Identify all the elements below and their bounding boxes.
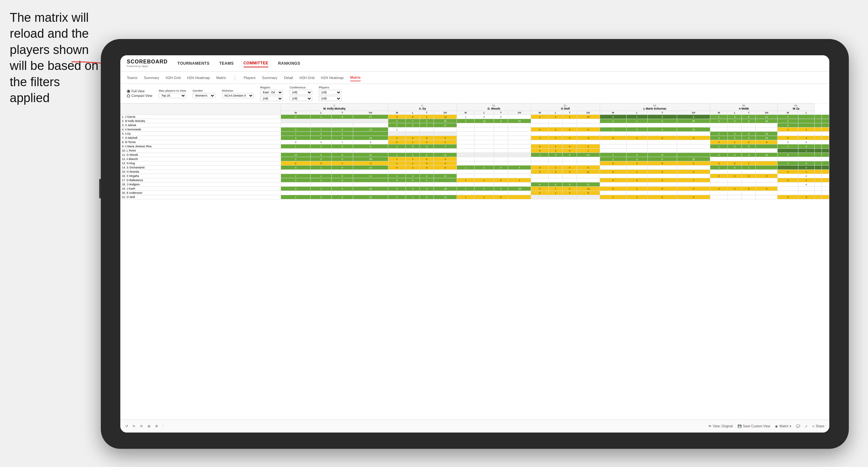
matrix-cell: 7: [677, 178, 710, 182]
matrix-cell: 2: [549, 136, 563, 140]
full-view-option[interactable]: Full View: [127, 89, 152, 93]
refresh-btn[interactable]: ⟳: [140, 425, 143, 428]
matrix-cell: 0: [406, 178, 420, 182]
matrix-cell: [406, 170, 420, 174]
matrix-cell: [798, 191, 814, 195]
matrix-cell: 0: [648, 170, 677, 174]
matrix-cell: [814, 153, 822, 157]
matrix-cell: [549, 123, 563, 127]
matrix-cell: 0: [406, 174, 420, 178]
subnav-h2h-grid2[interactable]: H2H Grid: [300, 74, 314, 81]
matrix-cell: [563, 178, 577, 182]
share-btn[interactable]: ⎋ Share: [812, 425, 825, 428]
conference-all-select[interactable]: (All): [289, 96, 312, 101]
matrix-cell: 0: [563, 145, 577, 149]
matrix-cell: [474, 182, 494, 187]
subnav-matrix[interactable]: Matrix: [216, 74, 226, 81]
matrix-cell: 0: [563, 182, 577, 187]
watch-btn[interactable]: ◉ Watch ▾: [775, 425, 791, 428]
compact-view-radio[interactable]: [127, 94, 130, 98]
matrix-cell: 7: [281, 132, 311, 136]
full-view-radio[interactable]: [127, 90, 130, 93]
matrix-cell: [677, 140, 710, 145]
matrix-cell: [474, 157, 494, 161]
subnav-teams[interactable]: Teams: [127, 74, 137, 81]
matrix-cell: [406, 182, 420, 187]
gender-filter: Gender Women's Men's: [192, 89, 215, 98]
conference-select[interactable]: (All): [289, 90, 312, 95]
subnav-h2h-grid[interactable]: H2H Grid: [165, 74, 181, 81]
matrix-cell: [710, 127, 727, 132]
matrix-cell: [474, 170, 494, 174]
matrix-cell: [549, 174, 563, 178]
matrix-cell: [457, 136, 474, 140]
matrix-cell: 27: [353, 115, 388, 119]
subnav-summary2[interactable]: Summary: [262, 74, 277, 81]
matrix-cell: [494, 153, 508, 157]
matrix-cell: 0: [388, 123, 406, 127]
max-players-select[interactable]: Top 25 Top 50: [159, 93, 186, 98]
matrix-cell: [814, 178, 822, 182]
matrix-cell: -4: [577, 136, 600, 140]
region-select[interactable]: East - DII (All): [260, 90, 283, 95]
matrix-cell: [353, 149, 388, 153]
matrix-cell: 1: [311, 165, 332, 170]
nav-tournaments[interactable]: TOURNAMENTS: [178, 60, 210, 67]
matrix-cell: [406, 127, 420, 132]
region-all-select[interactable]: (All): [260, 96, 283, 101]
player-name-cell: 2. M Kelly Mulcahy: [121, 119, 281, 123]
subnav-summary[interactable]: Summary: [144, 74, 159, 81]
matrix-cell: [508, 191, 531, 195]
undo-btn[interactable]: ↺: [125, 425, 128, 428]
matrix-cell: 0: [281, 140, 311, 145]
zoom-btn[interactable]: ⊞: [148, 425, 150, 428]
matrix-cell: [420, 191, 434, 195]
matrix-cell: 2: [531, 187, 549, 191]
matrix-cell: 2: [600, 157, 626, 161]
settings-btn[interactable]: ⚙: [155, 425, 158, 428]
gender-select[interactable]: Women's Men's: [192, 93, 215, 98]
comment-btn[interactable]: 💬: [796, 425, 800, 428]
compact-view-option[interactable]: Compact View: [127, 94, 152, 98]
matrix-cell: 0: [311, 132, 332, 136]
matrix-cell: [814, 140, 822, 145]
players-all-select[interactable]: (All): [319, 96, 341, 101]
matrix-cell: 0: [742, 115, 756, 119]
subnav-matrix2[interactable]: Matrix: [350, 74, 361, 81]
matrix-cell: [814, 115, 822, 119]
matrix-cell: [600, 149, 626, 153]
matrix-cell: 0: [563, 165, 577, 170]
sub-w1: W: [281, 111, 311, 115]
save-custom-btn[interactable]: 💾 Save Custom View: [738, 425, 770, 428]
matrix-cell: 0: [778, 195, 798, 199]
matrix-cell: [311, 119, 332, 123]
sub-w4: W: [531, 111, 549, 115]
matrix-cell: 0: [710, 119, 727, 123]
matrix-cell: [677, 132, 710, 136]
matrix-cell: 19: [353, 195, 388, 199]
matrix-cell: [434, 170, 457, 174]
expand-btn[interactable]: ⤢: [805, 425, 807, 428]
matrix-cell: [549, 157, 563, 161]
nav-teams[interactable]: TEAMS: [219, 60, 234, 67]
players-select[interactable]: (All): [319, 90, 341, 95]
matrix-scroll-area[interactable]: 2. M. Kelly Mulcahy 6. A. Dy 11. G. Wood…: [120, 103, 829, 419]
division-select[interactable]: NCAA Division II NCAA Division I NCAA Di…: [222, 93, 254, 98]
subnav-h2h-heatmap2[interactable]: H2H Heatmap: [321, 74, 344, 81]
subnav-h2h-heatmap[interactable]: H2H Heatmap: [187, 74, 210, 81]
subnav-players[interactable]: Players: [244, 74, 256, 81]
view-original-btn[interactable]: 👁 View: Original: [708, 425, 733, 428]
nav-committee[interactable]: COMMITTEE: [244, 60, 269, 67]
tablet-frame: SCOREBOARD Powered by clippd TOURNAMENTS…: [101, 39, 849, 449]
matrix-cell: 0: [648, 136, 677, 140]
matrix-cell: [332, 182, 353, 187]
subnav-detail[interactable]: Detail: [284, 74, 293, 81]
table-row: 7. O Mitchell300182202120-401044042423: [121, 136, 829, 140]
matrix-cell: [756, 182, 778, 187]
matrix-cell: [756, 191, 778, 195]
matrix-cell: [778, 165, 798, 170]
matrix-cell: [494, 170, 508, 174]
sub-l1: L: [311, 111, 332, 115]
nav-rankings[interactable]: RANKINGS: [278, 60, 300, 67]
redo-btn[interactable]: ↻: [133, 425, 135, 428]
